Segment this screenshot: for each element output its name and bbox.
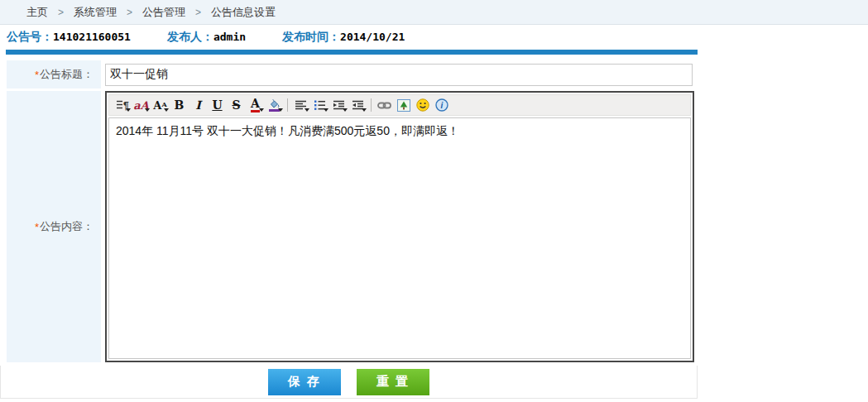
breadcrumb-item[interactable]: 系统管理 xyxy=(74,5,117,20)
breadcrumb-separator: > xyxy=(127,7,132,18)
editor-toolbar: ¶aAAABIUSAi xyxy=(108,94,691,116)
breadcrumb-separator: > xyxy=(58,7,64,18)
content-label-text: 公告内容： xyxy=(40,219,94,234)
info-field: 公告号：141021160051 xyxy=(7,30,131,45)
italic-icon[interactable]: I xyxy=(189,96,208,114)
save-button[interactable]: 保 存 xyxy=(268,369,341,395)
breadcrumb-item[interactable]: 主页 xyxy=(26,5,48,20)
svg-text:¶: ¶ xyxy=(123,100,129,112)
breadcrumb: 主页>系统管理>公告管理>公告信息设置 xyxy=(0,0,868,25)
content-label: * 公告内容： xyxy=(7,91,101,362)
info-field: 发布人：admin xyxy=(167,30,246,45)
info-field-value: 2014/10/21 xyxy=(340,31,405,43)
announcement-form: * 公告标题： * 公告内容： ¶aAAABIUSAi 2014年 11月11号… xyxy=(0,60,868,399)
bold-icon[interactable]: B xyxy=(170,96,189,114)
breadcrumb-separator: > xyxy=(195,7,201,18)
insert-link-icon[interactable] xyxy=(375,96,394,114)
info-field-label: 发布人： xyxy=(167,30,213,43)
info-field-label: 公告号： xyxy=(7,30,53,43)
title-row: * 公告标题： xyxy=(0,60,868,89)
bulleted-list-icon[interactable] xyxy=(310,96,329,114)
font-name-icon[interactable]: aA xyxy=(132,96,151,114)
title-label-text: 公告标题： xyxy=(40,67,94,82)
svg-text:i: i xyxy=(440,101,443,110)
justify-icon[interactable] xyxy=(291,96,310,114)
form-actions: 保 存 重 置 xyxy=(0,366,698,399)
strikethrough-icon[interactable]: S xyxy=(227,96,246,114)
required-mark: * xyxy=(35,69,39,81)
outdent-icon[interactable] xyxy=(348,96,367,114)
font-size-icon[interactable]: AA xyxy=(151,96,170,114)
emoticon-icon[interactable] xyxy=(413,96,432,114)
about-icon[interactable]: i xyxy=(432,96,451,114)
underline-icon[interactable]: U xyxy=(208,96,227,114)
required-mark: * xyxy=(35,221,39,233)
title-field-cell xyxy=(105,60,693,89)
title-input[interactable] xyxy=(105,64,693,86)
breadcrumb-item[interactable]: 公告管理 xyxy=(142,5,185,20)
insert-image-icon[interactable] xyxy=(394,96,413,114)
toolbar-separator xyxy=(371,98,372,112)
info-field-label: 发布时间： xyxy=(282,30,340,43)
rich-text-editor: ¶aAAABIUSAi 2014年 11月11号 双十一大促销！凡消费满500元… xyxy=(105,91,694,362)
info-field: 发布时间：2014/10/21 xyxy=(282,30,405,45)
info-field-value: admin xyxy=(213,31,246,43)
breadcrumb-item[interactable]: 公告信息设置 xyxy=(211,5,276,20)
paragraph-format-icon[interactable]: ¶ xyxy=(113,96,132,114)
toolbar-separator xyxy=(287,98,288,112)
title-label: * 公告标题： xyxy=(7,60,101,89)
fill-color-icon[interactable] xyxy=(265,96,284,114)
info-field-value: 141021160051 xyxy=(53,31,131,43)
reset-button[interactable]: 重 置 xyxy=(357,369,429,395)
indent-icon[interactable] xyxy=(329,96,348,114)
editor-content-area[interactable]: 2014年 11月11号 双十一大促销！凡消费满500元返50，即满即返！ xyxy=(108,117,691,359)
blue-divider xyxy=(6,50,698,55)
announcement-info-bar: 公告号：141021160051发布人：admin发布时间：2014/10/21 xyxy=(0,25,868,50)
text-color-icon[interactable]: A xyxy=(246,96,265,114)
content-field-cell: ¶aAAABIUSAi 2014年 11月11号 双十一大促销！凡消费满500元… xyxy=(105,91,694,362)
content-row: * 公告内容： ¶aAAABIUSAi 2014年 11月11号 双十一大促销！… xyxy=(0,91,868,362)
